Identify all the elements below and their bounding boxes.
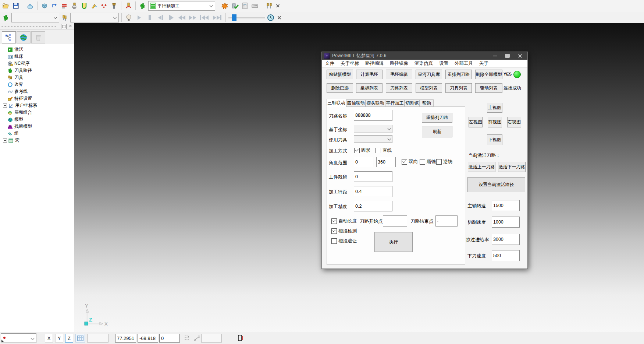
panel-float-icon[interactable] xyxy=(61,24,67,29)
axis-pointer-icon[interactable] xyxy=(193,335,201,341)
delete-all-models-button[interactable]: 删除全部模型 xyxy=(475,70,502,79)
tree-item-pattern[interactable]: 参考线 xyxy=(1,88,74,95)
simulate-tool-icon[interactable] xyxy=(221,1,230,10)
toolbar-close-icon[interactable] xyxy=(276,14,283,21)
use-tool-dropdown[interactable] xyxy=(354,135,392,143)
expand-icon[interactable] xyxy=(3,103,7,108)
toolpath-combobox[interactable] xyxy=(11,13,59,22)
checkbox-icon[interactable] xyxy=(420,159,425,165)
bidirectional-checkbox[interactable]: 双向 xyxy=(402,159,418,165)
points-icon[interactable] xyxy=(100,1,108,10)
checkbox-checked-icon[interactable] xyxy=(402,159,407,165)
toolbar-close-icon[interactable] xyxy=(275,3,281,9)
axis-x-button[interactable]: X xyxy=(45,334,53,343)
close-icon[interactable] xyxy=(518,54,522,58)
checkbox-icon[interactable] xyxy=(331,238,337,244)
tree-item-feature-set[interactable]: 特征设置 xyxy=(1,95,74,102)
tool-indicator-dropdown[interactable] xyxy=(1,333,36,343)
go-end-button[interactable] xyxy=(211,14,223,21)
tree-item-group[interactable]: 组 xyxy=(1,130,74,137)
snap-value-field[interactable] xyxy=(87,334,108,343)
plunge-speed-input[interactable] xyxy=(492,250,520,261)
cursor-z-field[interactable]: 0 xyxy=(159,334,180,343)
tree-item-machine[interactable]: 机床 xyxy=(1,53,74,60)
tree-item-activate[interactable]: 激活 xyxy=(1,46,74,53)
feed-rate-icon[interactable] xyxy=(124,1,133,10)
tree-item-boundary[interactable]: 边界 xyxy=(1,81,74,88)
tree-item-macro[interactable]: 宏 xyxy=(1,137,74,144)
rearrange-button[interactable]: 重排列刀路 xyxy=(422,113,452,123)
toolpath-name-input[interactable] xyxy=(354,110,392,121)
clock-icon[interactable] xyxy=(266,13,275,22)
view-left-button[interactable]: 左视图 xyxy=(469,117,483,127)
mode-circle-checkbox[interactable]: 圆形 xyxy=(354,147,370,154)
clipboard-pause-icon[interactable] xyxy=(237,334,245,342)
auto-length-checkbox[interactable]: 自动长度 xyxy=(331,218,357,224)
toolpath-stack-icon[interactable] xyxy=(1,13,10,22)
execute-button[interactable]: 执行 xyxy=(374,232,413,252)
speed-slider[interactable] xyxy=(228,14,265,21)
calculator-icon[interactable] xyxy=(241,1,249,10)
menu-file[interactable]: 文件 xyxy=(325,60,334,67)
menu-render-sim[interactable]: 渲染仿真 xyxy=(414,60,433,67)
climb-mill-checkbox[interactable]: 顺铣 xyxy=(420,159,436,165)
fast-forward-button[interactable] xyxy=(188,14,197,21)
tab-4axis[interactable]: 四轴联动 xyxy=(346,99,366,107)
base-coord-dropdown[interactable] xyxy=(354,125,392,133)
tab-explorer-tree[interactable] xyxy=(2,31,16,43)
tool-library-button[interactable]: 星河刀具库 xyxy=(416,70,442,79)
tool-ball-icon[interactable] xyxy=(70,1,79,10)
menu-path-edit[interactable]: 路径编辑 xyxy=(365,60,384,67)
tool-list-button[interactable]: 刀具列表 xyxy=(445,83,472,93)
dialog-titlebar[interactable]: PowerMILL 忆梦星河 7.0.6 xyxy=(322,52,527,60)
save-icon[interactable] xyxy=(11,1,20,10)
tab-web-globe[interactable] xyxy=(17,31,31,43)
menu-path-mirror[interactable]: 路径镜像 xyxy=(390,60,408,67)
step-forward-button[interactable] xyxy=(166,14,176,21)
tool-select-icon[interactable] xyxy=(60,13,69,22)
slider-handle[interactable] xyxy=(232,14,236,21)
rapid-move-icon[interactable] xyxy=(50,1,59,10)
open-file-icon[interactable] xyxy=(1,1,10,10)
stock-edit-button[interactable]: 毛坯编辑 xyxy=(386,70,412,79)
toolpath-list-button[interactable]: 刀路列表 xyxy=(386,83,412,93)
lamp-icon[interactable] xyxy=(124,13,133,22)
stepover-input[interactable] xyxy=(354,186,392,197)
xyz-list-icon[interactable] xyxy=(184,335,191,341)
start-point-input[interactable] xyxy=(383,215,407,227)
activate-next-button[interactable]: 激活下一刀路 xyxy=(498,162,526,172)
rewind-button[interactable] xyxy=(177,14,186,21)
expand-icon[interactable] xyxy=(3,138,7,143)
checkbox-checked-icon[interactable] xyxy=(331,218,337,224)
verify-tool-icon[interactable] xyxy=(231,1,239,10)
tab-parallel[interactable]: 平行加工 xyxy=(385,99,405,107)
view-front-button[interactable]: 前视图 xyxy=(488,117,502,127)
collision-check-icon[interactable] xyxy=(80,1,89,10)
pause-button[interactable] xyxy=(145,14,154,21)
step-back-button[interactable] xyxy=(156,14,165,21)
cursor-x-field[interactable]: 77.2951 xyxy=(115,334,136,343)
checkbox-checked-icon[interactable] xyxy=(331,228,337,234)
collision-check-checkbox[interactable]: 碰撞检测 xyxy=(331,228,357,234)
tree-item-stock-model[interactable]: 残留模型 xyxy=(1,123,74,130)
tab-3axis[interactable]: 三轴联动 xyxy=(327,99,346,107)
checkbox-icon[interactable] xyxy=(376,148,381,153)
tab-saw[interactable]: 切割锯 xyxy=(405,99,420,107)
checkbox-checked-icon[interactable] xyxy=(354,148,360,153)
angle-start-input[interactable] xyxy=(354,157,374,167)
angle-end-input[interactable] xyxy=(376,157,396,167)
maximize-icon[interactable] xyxy=(505,54,510,58)
cursor-y-field[interactable]: -69.918 xyxy=(138,334,158,343)
panel-close-icon[interactable] xyxy=(68,24,73,28)
checkbox-icon[interactable] xyxy=(436,159,442,165)
rearrange-toolpaths-button[interactable]: 重排列刀路 xyxy=(445,70,472,79)
end-point-input[interactable] xyxy=(435,215,458,227)
measure-value-field[interactable] xyxy=(201,334,222,343)
go-start-button[interactable] xyxy=(198,14,210,21)
view-right-button[interactable]: 右视图 xyxy=(507,117,521,127)
nc-program-icon[interactable] xyxy=(60,1,69,10)
tree-item-model[interactable]: 模型 xyxy=(1,116,74,123)
mode-line-checkbox[interactable]: 直线 xyxy=(376,147,392,154)
model-list-button[interactable]: 模型列表 xyxy=(416,83,442,93)
view-bottom-button[interactable]: 下视图 xyxy=(487,134,502,145)
